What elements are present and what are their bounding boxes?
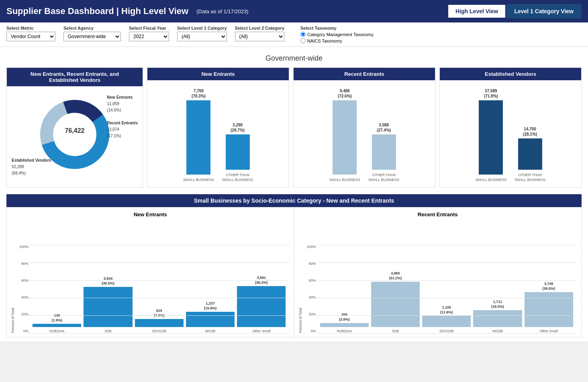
bar-label-9486: 9,486(72.6%) [338,88,352,99]
established-vendors-panel: Established Vendors 37,589(71.9%) SMALL … [439,67,582,188]
established-vendors-legend-value: 52,289 [12,164,51,170]
bottom-section-title: Small Businesses by Socio-Economic Categ… [6,194,582,207]
bottom-new-entrants-panel: New Entrants Percent of Total 0% 20% 40%… [7,207,294,337]
y-axis-label-new: Percent of Total [11,308,15,333]
established-vendors-legend-label: Established Vendors [12,157,51,164]
high-level-view-button[interactable]: High Level View [447,4,506,18]
bar-wosb-new-value: 1,237(15.9%) [204,301,217,311]
bar-sdvosb-new-rect [135,319,184,327]
donut-panel: New Entrants, Recent Entrants, andEstabl… [6,67,143,188]
bar-axis-other-recent: OTHER THANSMALL BUSINESS [368,173,399,182]
bar-sdb-new-rect [84,287,132,327]
donut-legend-right: New Entrants 11,059 (14.5%) Recent Entra… [107,94,138,139]
new-entrants-header: New Entrants [147,68,289,80]
bar-group-sb-recent: 9,486(72.6%) SMALL BUSINESS [329,88,360,183]
taxonomy-radio-cm-input[interactable] [300,32,306,37]
metric-select[interactable]: Vendor Count [6,32,55,41]
taxonomy-radio-naics[interactable]: NAICS Taxonomy [300,38,374,43]
view-toggle: High Level View Level 1 Category View [447,4,582,18]
fy-select[interactable]: 2022 [129,32,169,41]
bar-hubzone-recent-rect [320,323,369,327]
level2-select[interactable]: (All) [235,32,285,41]
bottom-charts-row: New Entrants Percent of Total 0% 20% 40%… [6,207,582,337]
agency-label: Select Agency [63,26,121,30]
established-vendors-header: Established Vendors [440,68,581,80]
recent-entrants-bar-area: 358(3.8%) HUBZone 4,860(51.2%) SDB [316,245,578,333]
bar-label-3588: 3,588(27.4%) [377,122,391,133]
bar-other-small-recent-value: 3,746(39.5%) [543,282,555,291]
level1-label: Select Level 1 Category [177,26,227,30]
y-axis-label-recent: Percent of Total [298,308,302,333]
bar-hubzone-recent-label: HUBZone [337,329,351,333]
bar-other-estab [518,138,542,170]
bar-axis-other-new: OTHER THANSMALL BUSINESS [222,173,253,182]
taxonomy-radio-cm[interactable]: Category Management Taxonomy [300,32,374,37]
bar-sdb-new: 3,534(45.5%) SDB [84,276,132,333]
taxonomy-control: Select Taxonomy Category Management Taxo… [300,26,374,43]
taxonomy-naics-label: NAICS Taxonomy [307,39,342,43]
bar-other-new [226,134,250,170]
bar-axis-other-estab: OTHER THANSMALL BUSINESS [514,173,545,182]
bottom-recent-entrants-title: Recent Entrants [298,211,578,217]
bar-axis-sb-new: SMALL BUSINESS [183,178,214,183]
bar-sdb-recent: 4,860(51.2%) SDB [371,271,420,333]
controls-bar: Select Metric Vendor Count Select Agency… [0,22,588,47]
level1-category-view-button[interactable]: Level 1 Category View [506,4,582,18]
recent-entrants-legend-label: Recent Entrants [107,120,138,126]
bar-sdb-recent-rect [371,282,420,327]
bar-wosb-recent-label: WOSB [492,329,503,333]
bar-hubzone-new-rect [33,324,81,327]
bar-sdvosb-recent-value: 1,100(11.6%) [440,305,453,315]
bar-other-small-new-rect [237,286,286,327]
bar-wosb-new-rect [186,312,235,327]
bar-sb-estab [479,100,503,175]
level1-control: Select Level 1 Category (All) [177,26,227,41]
bar-hubzone-new-value: 148(1.9%) [51,313,62,323]
bar-wosb-recent-rect [473,310,522,327]
bar-wosb-new: 1,237(15.9%) WOSB [186,301,235,333]
bar-sdvosb-recent-label: SDVOSB [439,329,453,333]
established-vendors-chart: 37,589(71.9%) SMALL BUSINESS 14,700(28.1… [445,84,576,183]
agency-control: Select Agency Government-wide [63,26,121,41]
donut-panel-header: New Entrants, Recent Entrants, andEstabl… [7,68,143,86]
bottom-bars-recent: 358(3.8%) HUBZone 4,860(51.2%) SDB [316,245,578,333]
level1-select[interactable]: (All) [177,32,227,41]
metric-control: Select Metric Vendor Count [6,26,55,41]
bar-sdvosb-recent: 1,100(11.6%) SDVOSB [422,305,471,333]
fy-label: Select Fiscal Year [129,26,169,30]
bar-other-small-new-value: 3,591(46.2%) [255,276,268,285]
recent-entrants-legend-pct: (17.1%) [107,133,138,139]
bar-other-small-recent: 3,746(39.5%) Other Small [525,282,573,333]
y-axis-recent: 0% 20% 40% 60% 80% 100% [303,245,316,333]
taxonomy-label: Select Taxonomy [300,26,374,30]
bar-sdb-new-value: 3,534(45.5%) [102,276,114,286]
bar-label-37589: 37,589(71.9%) [484,88,498,99]
new-entrants-legend-label: New Entrants [107,94,138,101]
bar-sdvosb-new-value: 615(7.9%) [154,309,165,318]
bar-sdb-recent-value: 4,860(51.2%) [389,271,402,280]
bar-wosb-recent-value: 1,711(18.0%) [491,300,504,309]
y-axis-new: 0% 20% 40% 60% 80% 100% [16,245,29,333]
bar-wosb-recent: 1,711(18.0%) WOSB [473,300,522,333]
header-left: Supplier Base Dashboard | High Level Vie… [6,6,249,16]
bar-sdvosb-new-label: SDVOSB [152,329,166,333]
bar-group-sb-estab: 37,589(71.9%) SMALL BUSINESS [476,88,506,183]
taxonomy-cm-label: Category Management Taxonomy [307,32,374,37]
bar-sb-recent [333,100,357,175]
bar-sdb-new-label: SDB [104,329,111,333]
bar-label-14700: 14,700(28.1%) [523,126,537,137]
new-entrants-legend-pct: (14.5%) [107,107,138,114]
bar-hubzone-new: 148(1.9%) HUBZone [33,313,81,333]
agency-select[interactable]: Government-wide [63,32,121,41]
donut-legend-left: Established Vendors 52,289 (68.4%) [12,157,51,177]
taxonomy-radio-naics-input[interactable] [300,38,306,43]
svg-text:76,422: 76,422 [65,127,85,134]
level2-label: Select Level 2 Category [235,26,285,30]
bar-sdb-recent-label: SDB [392,329,399,333]
bar-group-other-estab: 14,700(28.1%) OTHER THANSMALL BUSINESS [514,126,545,182]
recent-entrants-legend-value: 13,074 [107,126,138,133]
bar-label-7769: 7,769(70.3%) [192,88,206,99]
new-entrants-panel: New Entrants 7,769(70.3%) SMALL BUSINESS… [147,67,289,188]
bottom-bars-new: 148(1.9%) HUBZone 3,534(45.5%) SDB [29,245,290,333]
bottom-recent-entrants-panel: Recent Entrants Percent of Total 0% 20% … [294,207,582,337]
